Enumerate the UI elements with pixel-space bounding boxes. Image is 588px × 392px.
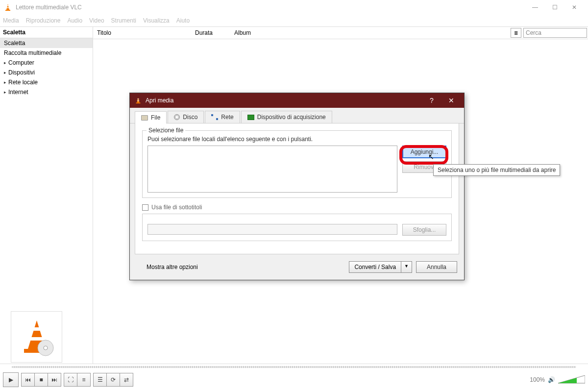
fullscreen-button[interactable]: ⛶ (64, 373, 77, 387)
svg-rect-1 (5, 10, 10, 11)
sidebar-item-internet[interactable]: ▸Internet (0, 87, 93, 97)
menu-bar: Media Riproduzione Audio Video Strumenti… (0, 15, 588, 26)
svg-rect-14 (137, 99, 139, 99)
column-title[interactable]: Titolo (93, 27, 191, 38)
tab-network[interactable]: Rete (205, 111, 240, 123)
tab-capture[interactable]: Dispositivo di acquisizione (241, 111, 332, 123)
menu-help[interactable]: Aiuto (176, 17, 190, 24)
window-close-button[interactable]: ✕ (564, 0, 584, 15)
volume-slider[interactable] (558, 375, 585, 384)
window-titlebar: Lettore multimediale VLC — ☐ ✕ (0, 0, 588, 15)
dialog-close-button[interactable]: ✕ (443, 97, 459, 104)
tab-file[interactable]: File (135, 111, 167, 123)
menu-tools[interactable]: Strumenti (111, 17, 136, 24)
disc-icon (174, 114, 180, 120)
sidebar-item-playlist[interactable]: Scaletta (0, 38, 93, 48)
album-art (11, 311, 62, 363)
window-title: Lettore multimediale VLC (16, 4, 525, 11)
window-minimize-button[interactable]: — (525, 0, 545, 15)
chevron-right-icon: ▸ (4, 70, 6, 75)
show-more-options-checkbox[interactable]: Mostra altre opzioni (137, 264, 198, 270)
svg-rect-13 (136, 102, 141, 103)
playlist-columns: Titolo Durata Album ≣ Cerca (93, 27, 588, 39)
column-duration[interactable]: Durata (191, 27, 230, 38)
tab-disc[interactable]: Disco (168, 111, 204, 123)
shuffle-button[interactable]: ⇄ (120, 373, 133, 387)
sidebar-item-computer[interactable]: ▸Computer (0, 58, 93, 68)
dialog-titlebar[interactable]: Apri media ? ✕ (130, 93, 464, 108)
play-button[interactable]: ▶ (3, 372, 19, 387)
chevron-right-icon: ▸ (4, 90, 6, 95)
view-mode-button[interactable]: ≣ (511, 28, 521, 38)
column-album[interactable]: Album (230, 27, 255, 38)
dialog-help-button[interactable]: ? (424, 97, 440, 104)
loop-button[interactable]: ⟳ (106, 373, 120, 387)
svg-rect-7 (30, 337, 43, 341)
player-controls: ▶ ⏮ ■ ⏭ ⛶ ≡ ☰ ⟳ ⇄ 100% 🔊 (0, 364, 588, 392)
file-selection-group: Selezione file Puoi selezionare file loc… (142, 130, 452, 198)
chevron-right-icon: ▸ (4, 60, 6, 65)
dropdown-arrow-icon[interactable]: ▼ (401, 262, 412, 272)
menu-playback[interactable]: Riproduzione (26, 17, 61, 24)
playlist-detail-button[interactable]: ☰ (93, 373, 107, 387)
svg-rect-2 (7, 5, 9, 6)
file-selection-instruction: Puoi selezionare file locali dall'elenco… (147, 136, 446, 143)
file-selection-legend: Selezione file (147, 127, 185, 134)
capture-icon (247, 115, 254, 120)
add-button[interactable]: Aggiungi... (402, 146, 446, 158)
menu-media[interactable]: Media (3, 17, 19, 24)
subtitles-group: Sfoglia... (142, 214, 452, 241)
seek-bar[interactable] (0, 364, 588, 370)
network-icon (211, 114, 218, 120)
svg-rect-15 (137, 100, 139, 101)
stop-button[interactable]: ■ (34, 373, 48, 387)
open-media-dialog: Apri media ? ✕ File Disco Rete Dispositi… (129, 93, 465, 280)
menu-video[interactable]: Video (89, 17, 104, 24)
playlist-search-input[interactable]: Cerca (523, 28, 587, 38)
chevron-right-icon: ▸ (4, 80, 6, 85)
add-button-tooltip: Seleziona uno o più file multimediali da… (433, 164, 560, 176)
window-maximize-button[interactable]: ☐ (545, 0, 564, 15)
settings-button[interactable]: ≡ (77, 373, 91, 387)
mute-icon[interactable]: 🔊 (548, 376, 555, 383)
svg-marker-12 (137, 98, 139, 103)
sidebar-item-network[interactable]: ▸Rete locale (0, 77, 93, 87)
sidebar-header: Scaletta (0, 27, 93, 38)
previous-button[interactable]: ⏮ (21, 373, 35, 387)
use-subtitles-checkbox[interactable]: Usa file di sottotitoli (142, 204, 452, 211)
volume-percent: 100% (530, 376, 545, 383)
svg-rect-3 (7, 7, 9, 8)
vlc-cone-icon (135, 97, 142, 104)
svg-marker-0 (6, 4, 9, 10)
subtitle-path-input (147, 224, 397, 235)
menu-view[interactable]: Visualizza (143, 17, 170, 24)
vlc-cone-icon (4, 3, 12, 11)
checkbox-icon (142, 204, 148, 211)
sidebar-item-devices[interactable]: ▸Dispositivi (0, 68, 93, 77)
svg-rect-6 (32, 327, 42, 331)
browse-subtitle-button[interactable]: Sfoglia... (402, 224, 446, 236)
convert-save-button[interactable]: Converti / Salva▼ (349, 261, 412, 273)
next-button[interactable]: ⏭ (48, 373, 61, 387)
file-list[interactable] (147, 146, 397, 193)
dialog-title: Apri media (146, 97, 420, 104)
menu-audio[interactable]: Audio (67, 17, 82, 24)
folder-icon (141, 115, 148, 121)
svg-point-9 (44, 346, 48, 350)
vlc-cone-large-icon (17, 318, 56, 357)
cancel-button[interactable]: Annulla (416, 261, 457, 273)
sidebar-item-library[interactable]: Raccolta multimediale (0, 48, 93, 58)
